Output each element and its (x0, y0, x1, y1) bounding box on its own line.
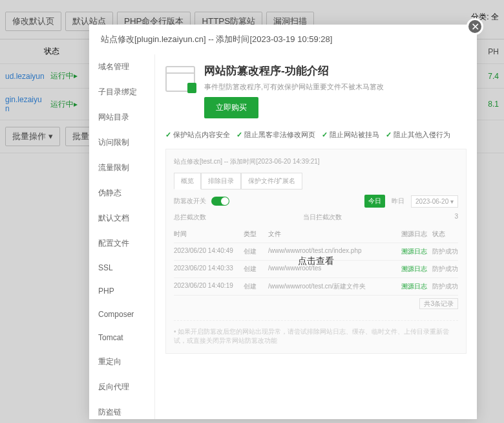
check-icon: ✓ (322, 131, 328, 139)
site-modify-modal: ✕ 站点修改[plugin.lezaiyun.cn] -- 添加时间[2023-… (89, 25, 477, 419)
tab-protect[interactable]: 保护文件/扩展名 (241, 173, 302, 190)
shield-site-icon (165, 66, 195, 92)
close-button[interactable]: ✕ (467, 18, 483, 35)
check-icon: ✓ (236, 131, 242, 139)
sidebar-item-8[interactable]: SSL (89, 256, 154, 279)
stat-total: 总拦截次数 (174, 213, 303, 222)
tab-overview[interactable]: 概览 (174, 173, 201, 190)
intro-heading: 网站防篡改程序-功能介绍 (204, 63, 384, 78)
stat-today: 当日拦截次数 (303, 213, 432, 222)
today-btn[interactable]: 今日 (364, 195, 385, 208)
col-status: 状态 (432, 230, 458, 239)
feature-item: ✓ 阻止其他入侵行为 (386, 130, 450, 140)
col-type: 类型 (244, 230, 263, 239)
sidebar-item-14[interactable]: 防盗链 (89, 400, 154, 419)
close-icon: ✕ (471, 21, 479, 33)
sidebar-item-6[interactable]: 默认文档 (89, 206, 154, 231)
tamper-switch[interactable] (211, 197, 229, 206)
modal-content: 网站防篡改程序-功能介绍 事件型防篡改程序,可有效保护网站重要文件不被木马篡改 … (155, 54, 477, 419)
modal-sidebar: 域名管理子目录绑定网站目录访问限制流量限制伪静态默认文档配置文件SSLPHPCo… (89, 54, 155, 419)
date-picker[interactable]: 2023-06-20 ▾ (411, 195, 458, 208)
intro-desc: 事件型防篡改程序,可有效保护网站重要文件不被木马篡改 (204, 82, 384, 92)
sidebar-item-12[interactable]: 重定向 (89, 349, 154, 374)
sidebar-item-3[interactable]: 访问限制 (89, 130, 154, 155)
col-file: 文件 (268, 230, 396, 239)
col-time: 时间 (174, 230, 238, 239)
table-row: 2023/06/20 14:40:19创建/www/wwwroot/test.c… (174, 278, 458, 296)
footer-note: • 如果开启防篡改后您的网站出现异常，请尝试排除网站日志、缓存、临时文件、上传目… (174, 320, 458, 345)
table-header: 时间 类型 文件 溯源日志 状态 (174, 226, 458, 243)
feature-item: ✓ 阻止黑客非法修改网页 (236, 130, 315, 140)
modal-title: 站点修改[plugin.lezaiyun.cn] -- 添加时间[2023-03… (89, 25, 477, 54)
preview-panel[interactable]: 站点修改[test.cn] -- 添加时间[2023-06-20 14:39:2… (165, 149, 467, 354)
sidebar-item-11[interactable]: Tomcat (89, 326, 154, 349)
switch-label: 防篡改开关 (174, 197, 206, 206)
sidebar-item-1[interactable]: 子目录绑定 (89, 80, 154, 105)
pagination: 共3条记录 (174, 299, 458, 309)
sidebar-item-10[interactable]: Composer (89, 303, 154, 326)
stat-value: 3 (432, 213, 458, 222)
sidebar-item-9[interactable]: PHP (89, 279, 154, 303)
yesterday-btn[interactable]: 昨日 (388, 195, 408, 208)
features-list: ✓ 保护站点内容安全✓ 阻止黑客非法修改网页✓ 阻止网站被挂马✓ 阻止其他入侵行… (165, 130, 467, 140)
check-icon: ✓ (386, 131, 392, 139)
check-icon: ✓ (165, 131, 171, 139)
click-hint: 点击查看 (298, 255, 334, 267)
sidebar-item-4[interactable]: 流量限制 (89, 155, 154, 180)
feature-item: ✓ 阻止网站被挂马 (322, 130, 379, 140)
tab-exclude[interactable]: 排除目录 (201, 173, 241, 190)
intro-section: 网站防篡改程序-功能介绍 事件型防篡改程序,可有效保护网站重要文件不被木马篡改 … (165, 63, 467, 118)
preview-title: 站点修改[test.cn] -- 添加时间[2023-06-20 14:39:2… (174, 157, 458, 166)
preview-tabs: 概览 排除目录 保护文件/扩展名 (174, 173, 458, 190)
feature-item: ✓ 保护站点内容安全 (165, 130, 230, 140)
sidebar-item-7[interactable]: 配置文件 (89, 231, 154, 256)
col-log: 溯源日志 (401, 230, 427, 239)
sidebar-item-2[interactable]: 网站目录 (89, 105, 154, 130)
sidebar-item-0[interactable]: 域名管理 (89, 54, 154, 80)
sidebar-item-13[interactable]: 反向代理 (89, 374, 154, 400)
sidebar-item-5[interactable]: 伪静态 (89, 180, 154, 206)
buy-button[interactable]: 立即购买 (204, 97, 258, 118)
